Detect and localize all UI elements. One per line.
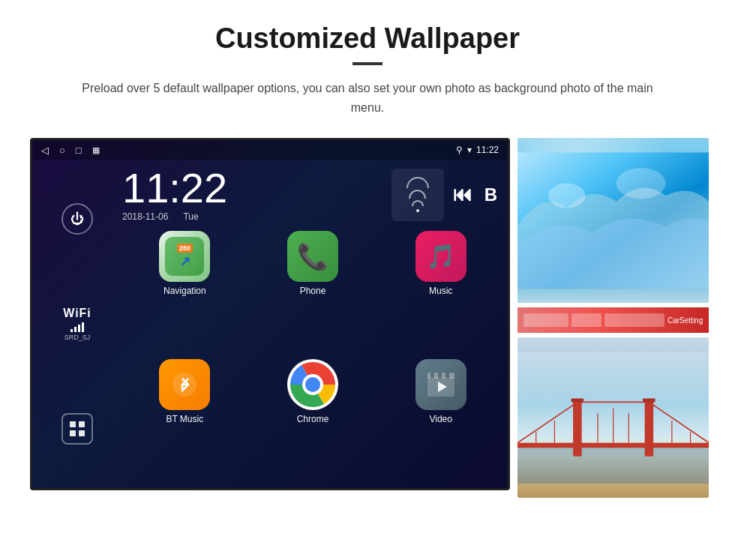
page-subtitle: Preload over 5 default wallpaper options… (75, 79, 660, 117)
app-music[interactable]: 🎵 Music (378, 231, 503, 356)
svg-point-17 (616, 168, 666, 199)
clock-date: 2018-11-06 Tue (122, 211, 384, 222)
clock-date-value: 2018-11-06 (122, 211, 168, 222)
nav-icons: ◁ ○ □ ▦ (41, 145, 100, 156)
screenshot-icon[interactable]: ▦ (92, 145, 100, 155)
media-k-icon[interactable]: ⏮ (450, 183, 476, 206)
home-icon[interactable]: ○ (59, 145, 65, 156)
clock-day: Tue (183, 211, 198, 222)
title-divider (352, 62, 382, 65)
wallpaper-thumbnails: CarSetting (510, 138, 709, 498)
apps-button[interactable] (62, 413, 93, 445)
phone-glyph: 📞 (297, 241, 328, 271)
apps-grid: 280 ↗ Navigation 📞 Phone (122, 226, 508, 488)
location-icon: ⚲ (456, 145, 463, 155)
svg-rect-0 (70, 421, 76, 427)
clock-area: 11:22 2018-11-06 Tue (122, 167, 384, 222)
phone-icon: 📞 (287, 231, 338, 282)
clock-time: 11:22 (122, 167, 384, 209)
svg-rect-11 (430, 373, 434, 379)
bar1 (70, 329, 73, 332)
svg-rect-34 (643, 399, 655, 403)
wifi-info: WiFi SRD_SJ (63, 307, 92, 341)
svg-rect-21 (645, 401, 654, 457)
svg-rect-22 (518, 443, 709, 448)
wallpaper-ice[interactable] (518, 138, 709, 303)
svg-rect-12 (438, 373, 442, 379)
music-glyph: 🎵 (426, 242, 456, 271)
apps-grid-icon (69, 421, 86, 437)
nav-road-number: 280 (177, 244, 193, 253)
wifi-label: WiFi (63, 307, 92, 320)
wallpaper-bridge[interactable] (518, 337, 709, 498)
power-icon: ⏻ (70, 211, 84, 227)
app-navigation[interactable]: 280 ↗ Navigation (122, 231, 248, 356)
video-icon (416, 359, 466, 410)
video-label: Video (429, 414, 452, 424)
app-chrome[interactable]: Chrome (250, 359, 376, 484)
power-button[interactable]: ⏻ (62, 203, 93, 235)
wifi-arcs (406, 177, 429, 212)
svg-rect-1 (79, 421, 85, 427)
screen-main: 11:22 2018-11-06 Tue (122, 160, 508, 488)
carsetting-label: CarSetting (668, 316, 703, 325)
wifi-signal-box[interactable] (392, 169, 444, 221)
phone-label: Phone (300, 286, 326, 296)
svg-rect-13 (446, 373, 449, 379)
bar2 (74, 327, 76, 332)
page-title: Customized Wallpaper (215, 22, 520, 55)
status-right: ⚲ ▾ 11:22 (456, 145, 499, 155)
svg-rect-20 (573, 401, 582, 457)
svg-rect-33 (572, 399, 584, 403)
bt-music-label: BT Music (166, 414, 203, 424)
ice-wallpaper-svg (518, 138, 709, 303)
music-label: Music (429, 286, 452, 296)
back-icon[interactable]: ◁ (41, 145, 49, 156)
bar4 (82, 322, 84, 332)
screen-top: 11:22 2018-11-06 Tue (122, 160, 508, 226)
strip-bar-3 (604, 313, 664, 327)
navigation-icon: 280 ↗ (159, 231, 210, 282)
svg-rect-2 (70, 430, 76, 436)
content-area: ◁ ○ □ ▦ ⚲ ▾ 11:22 ⏻ WiFi (30, 138, 705, 498)
wifi-arc-medium (409, 190, 426, 199)
svg-rect-3 (79, 430, 85, 436)
navigation-label: Navigation (164, 286, 206, 296)
chrome-label: Chrome (297, 414, 329, 424)
top-icons: ⏮ B (392, 169, 500, 221)
wallpaper-strip: CarSetting (518, 307, 709, 333)
bridge-wallpaper-svg (518, 337, 709, 498)
screen-body: ⏻ WiFi SRD_SJ (32, 160, 508, 488)
chrome-icon (287, 359, 338, 410)
app-video[interactable]: Video (378, 359, 503, 484)
wifi-dot (416, 209, 419, 212)
recent-icon[interactable]: □ (76, 145, 82, 156)
bar3 (78, 325, 80, 332)
nav-inner: 280 ↗ (177, 244, 193, 270)
app-phone[interactable]: 📞 Phone (250, 231, 376, 356)
wifi-ssid: SRD_SJ (64, 334, 91, 341)
android-screen: ◁ ○ □ ▦ ⚲ ▾ 11:22 ⏻ WiFi (30, 138, 510, 490)
nav-arrow: ↗ (179, 253, 190, 270)
app-bt-music[interactable]: BT Music (122, 359, 248, 484)
wifi-arc-large (406, 177, 429, 188)
chrome-glyph (290, 362, 335, 407)
video-glyph (426, 371, 456, 398)
status-time: 11:22 (476, 145, 499, 155)
music-icon: 🎵 (416, 231, 466, 282)
svg-point-8 (305, 377, 320, 392)
screen-sidebar: ⏻ WiFi SRD_SJ (32, 160, 122, 488)
wifi-status-icon: ▾ (467, 145, 472, 155)
strip-bar-1 (524, 313, 568, 327)
wifi-bars (70, 322, 84, 332)
status-bar: ◁ ○ □ ▦ ⚲ ▾ 11:22 (32, 140, 508, 160)
wifi-arc-small (412, 200, 424, 206)
strip-bar-2 (572, 313, 602, 327)
bt-music-icon (159, 359, 210, 410)
bluetooth-glyph (171, 371, 198, 398)
media-b-icon[interactable]: B (482, 184, 500, 205)
svg-point-16 (548, 184, 585, 208)
svg-rect-19 (518, 445, 709, 484)
